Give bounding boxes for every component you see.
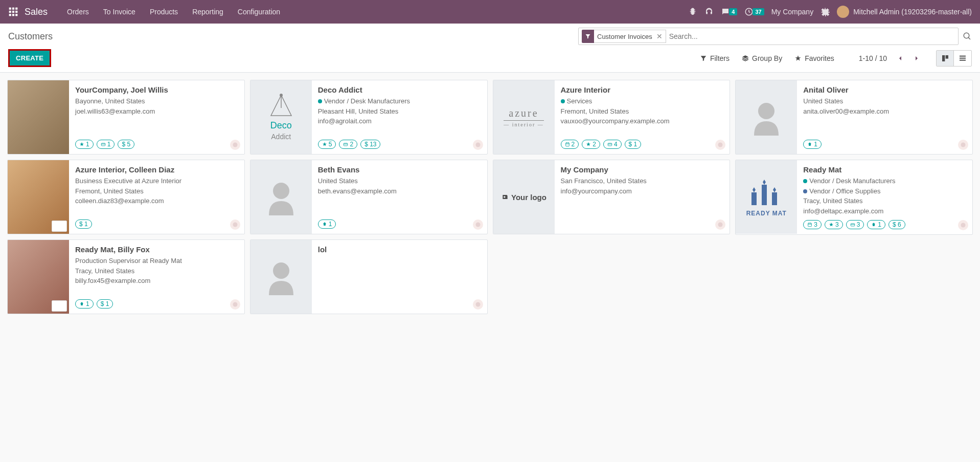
activity-icon[interactable] xyxy=(473,140,483,150)
bug-icon[interactable] xyxy=(688,7,697,16)
activity-icon[interactable] xyxy=(230,219,240,230)
svg-rect-3 xyxy=(9,11,11,13)
svg-rect-2 xyxy=(15,8,17,10)
customer-card[interactable]: Azure Interior, Colleen Diaz Business Ex… xyxy=(7,160,245,234)
customer-logo: READY MAT xyxy=(736,160,797,234)
activity-icon[interactable] xyxy=(230,299,240,310)
customer-card[interactable]: lol xyxy=(250,239,488,314)
svg-point-23 xyxy=(273,183,289,199)
card-jobtitle: Business Executive at Azure Interior xyxy=(75,176,238,186)
svg-point-32 xyxy=(961,143,966,147)
svg-rect-12 xyxy=(945,55,948,59)
opportunity-pill[interactable]: 2 xyxy=(582,140,600,149)
amount-pill[interactable]: $ 6 xyxy=(888,220,905,229)
svg-rect-28 xyxy=(608,143,612,146)
favorites-button[interactable]: Favorites xyxy=(794,54,834,62)
messages-button[interactable]: 4 xyxy=(721,7,737,16)
pager: 1-10 / 10 xyxy=(859,51,924,65)
main-navbar: Sales Orders To Invoice Products Reporti… xyxy=(0,0,980,24)
purchase-pill[interactable]: 1 xyxy=(318,219,336,229)
sale-pill[interactable]: 2 xyxy=(339,140,357,149)
customer-avatar xyxy=(250,160,312,234)
svg-rect-37 xyxy=(851,224,855,226)
opportunity-pill[interactable]: 3 xyxy=(825,220,843,229)
card-email: beth.evans@example.com xyxy=(318,186,481,196)
card-email: info@yourcompany.com xyxy=(561,186,724,196)
customer-card[interactable]: Beth Evans United States beth.evans@exam… xyxy=(250,160,488,234)
meeting-pill[interactable]: 2 xyxy=(561,140,579,149)
purchase-pill[interactable]: 1 xyxy=(803,140,822,149)
search-icon[interactable] xyxy=(963,32,972,41)
purchase-pill[interactable]: 1 xyxy=(867,220,885,229)
card-tag: Vendor / Office Supplies xyxy=(803,186,966,196)
nav-configuration[interactable]: Configuration xyxy=(231,0,287,24)
card-title: Deco Addict xyxy=(318,85,481,94)
facet-remove[interactable]: ✕ xyxy=(656,32,663,40)
activities-button[interactable]: 37 xyxy=(744,7,764,16)
company-badge xyxy=(52,300,67,312)
sale-pill[interactable]: 4 xyxy=(603,140,622,149)
apps-icon[interactable] xyxy=(8,7,18,17)
activity-icon[interactable] xyxy=(958,140,968,150)
activity-icon[interactable] xyxy=(230,140,240,150)
list-view-button[interactable] xyxy=(954,51,971,66)
filters-button[interactable]: Filters xyxy=(700,54,730,62)
opportunity-pill[interactable]: 1 xyxy=(75,140,94,149)
create-button[interactable]: CREATE xyxy=(10,51,50,65)
facet-label: Customer Invoices xyxy=(597,33,652,40)
nav-reporting[interactable]: Reporting xyxy=(185,0,231,24)
card-location: Fremont, United States xyxy=(561,106,724,117)
svg-rect-5 xyxy=(15,11,17,13)
customer-card[interactable]: DecoAddict Deco Addict Vendor / Desk Man… xyxy=(250,80,488,155)
customer-card[interactable]: YourCompany, Joel Willis Bayonne, United… xyxy=(7,80,245,155)
app-brand[interactable]: Sales xyxy=(25,7,48,17)
activity-icon[interactable] xyxy=(958,220,968,230)
svg-point-17 xyxy=(233,143,237,147)
company-badge xyxy=(52,221,67,232)
card-title: Anital Oliver xyxy=(803,85,966,94)
sale-pill[interactable]: 3 xyxy=(846,220,864,229)
customer-card[interactable]: azure— interior — Azure Interior Service… xyxy=(493,80,731,155)
customer-avatar xyxy=(8,160,69,234)
meeting-pill[interactable]: 3 xyxy=(803,220,822,229)
customer-card[interactable]: READY MAT Ready Mat Vendor / Desk Manufa… xyxy=(735,160,973,235)
search-box[interactable]: Customer Invoices ✕ xyxy=(578,28,959,45)
card-email: colleen.diaz83@example.com xyxy=(75,196,238,206)
user-menu[interactable]: Mitchell Admin (19203296-master-all) xyxy=(837,6,972,18)
pager-prev[interactable] xyxy=(893,51,907,65)
purchase-pill[interactable]: 1 xyxy=(75,299,94,309)
activity-icon[interactable] xyxy=(473,219,483,230)
amount-pill[interactable]: $ 1 xyxy=(97,299,113,309)
card-title: YourCompany, Joel Willis xyxy=(75,85,238,94)
kanban-view-button[interactable] xyxy=(937,51,954,66)
nav-to-invoice[interactable]: To Invoice xyxy=(96,0,143,24)
company-selector[interactable]: My Company xyxy=(771,8,813,16)
customer-card[interactable]: Anital Oliver United States anita.oliver… xyxy=(735,80,973,155)
svg-rect-4 xyxy=(12,11,14,13)
nav-products[interactable]: Products xyxy=(143,0,185,24)
customer-card[interactable]: Ready Mat, Billy Fox Production Supervis… xyxy=(7,239,245,314)
groupby-button[interactable]: Group By xyxy=(742,54,782,62)
nav-orders[interactable]: Orders xyxy=(60,0,96,24)
support-icon[interactable] xyxy=(704,7,714,16)
opportunity-pill[interactable]: 5 xyxy=(318,140,336,149)
amount-pill[interactable]: $ 13 xyxy=(360,140,380,149)
sale-pill[interactable]: 1 xyxy=(97,140,115,149)
card-title: Azure Interior, Colleen Diaz xyxy=(75,165,238,174)
pager-next[interactable] xyxy=(909,51,924,65)
amount-pill[interactable]: $ 1 xyxy=(75,219,92,229)
svg-rect-27 xyxy=(565,143,569,146)
svg-rect-1 xyxy=(12,8,14,10)
card-email: info@deltapc.example.com xyxy=(803,206,966,216)
card-location: Tracy, United States xyxy=(803,196,966,206)
amount-pill[interactable]: $ 1 xyxy=(625,140,642,149)
user-name: Mitchell Admin (19203296-master-all) xyxy=(853,8,972,16)
settings-icon[interactable] xyxy=(821,7,830,16)
customer-card[interactable]: Your logo My Company San Francisco, Unit… xyxy=(493,160,731,234)
star-icon xyxy=(794,55,802,62)
svg-point-18 xyxy=(233,223,237,227)
activity-icon[interactable] xyxy=(473,299,483,310)
search-input[interactable] xyxy=(669,32,955,40)
card-location: Tracy, United States xyxy=(75,266,238,276)
amount-pill[interactable]: $ 5 xyxy=(118,140,134,149)
